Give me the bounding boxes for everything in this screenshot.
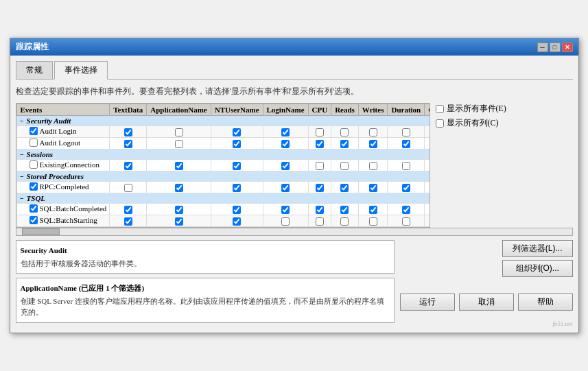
table-row: RPC:Completed (16, 182, 430, 193)
cell-checkbox[interactable] (340, 217, 349, 226)
row-checkbox[interactable] (30, 127, 38, 135)
run-button[interactable]: 运行 (400, 294, 455, 311)
help-button[interactable]: 帮助 (518, 294, 573, 311)
close-button[interactable]: ✕ (562, 43, 573, 52)
cell-checkbox[interactable] (124, 162, 132, 170)
tab-event-selection[interactable]: 事件选择 (54, 61, 108, 80)
row-label: SQL:BatchCompleted (40, 204, 107, 213)
filter-info-box: ApplicationName (已应用 1 个筛选器) 创建 SQL Serv… (16, 278, 395, 323)
cell-checkbox[interactable] (316, 162, 324, 170)
row-check-cell (358, 126, 388, 138)
cell-checkbox[interactable] (124, 184, 132, 192)
cell-checkbox[interactable] (340, 184, 349, 192)
main-area: Events TextData ApplicationName NTUserNa… (16, 103, 573, 228)
cell-checkbox[interactable] (340, 206, 349, 214)
row-check-cell (388, 182, 425, 193)
table-header-row: Events TextData ApplicationName NTUserNa… (16, 104, 430, 116)
table-row: SQL:BatchCompleted (16, 204, 430, 215)
row-checkbox[interactable] (30, 216, 38, 224)
col-events: Events (16, 104, 110, 116)
table-group-row: −Stored Procedures (16, 171, 430, 182)
scrollbar-thumb[interactable] (22, 228, 60, 235)
row-label: Audit Login (40, 127, 77, 135)
event-info-text: 包括用于审核服务器活动的事件类。 (21, 258, 390, 270)
cell-checkbox[interactable] (281, 206, 290, 214)
cell-checkbox[interactable] (316, 128, 324, 136)
show-all-cols-checkbox[interactable] (436, 119, 444, 128)
cell-checkbox[interactable] (124, 206, 132, 214)
cell-checkbox[interactable] (233, 206, 241, 214)
cell-checkbox[interactable] (175, 128, 183, 136)
cell-checkbox[interactable] (175, 184, 183, 192)
cell-checkbox[interactable] (340, 140, 349, 148)
cell-checkbox[interactable] (402, 162, 410, 170)
cell-checkbox[interactable] (281, 140, 290, 148)
cell-checkbox[interactable] (233, 162, 241, 170)
cell-checkbox[interactable] (402, 140, 410, 148)
row-check-cell (147, 160, 211, 171)
row-check-cell (308, 126, 331, 138)
row-check-cell (263, 126, 308, 138)
cell-checkbox[interactable] (340, 128, 349, 136)
row-check-cell (211, 204, 263, 215)
col-cpu: CPU (308, 104, 331, 116)
org-col-button[interactable]: 组织列(O)... (502, 260, 573, 277)
minimize-button[interactable]: ─ (537, 43, 548, 52)
maximize-button[interactable]: □ (550, 43, 561, 52)
cell-checkbox[interactable] (233, 140, 241, 148)
row-label: SQL:BatchStarting (40, 216, 97, 224)
cell-checkbox[interactable] (402, 184, 410, 192)
row-check-cell (263, 215, 308, 227)
cell-checkbox[interactable] (402, 128, 410, 136)
cell-checkbox[interactable] (369, 206, 377, 214)
cell-checkbox[interactable] (175, 162, 183, 170)
cell-checkbox[interactable] (316, 184, 324, 192)
row-checkbox[interactable] (30, 139, 38, 147)
cell-checkbox[interactable] (124, 217, 132, 226)
cell-checkbox[interactable] (175, 206, 183, 214)
col-duration: Duration (388, 104, 425, 116)
row-checkbox[interactable] (30, 204, 38, 213)
row-check-cell (331, 215, 359, 227)
cell-checkbox[interactable] (175, 217, 183, 226)
cell-checkbox[interactable] (369, 217, 377, 226)
cell-checkbox[interactable] (281, 162, 290, 170)
tab-general[interactable]: 常规 (16, 61, 53, 79)
show-all-events-option[interactable]: 显示所有事件(E) (436, 103, 573, 115)
cell-checkbox[interactable] (124, 128, 132, 136)
horizontal-scrollbar[interactable] (16, 228, 573, 236)
filter-info-title: ApplicationName (已应用 1 个筛选器) (21, 283, 390, 294)
row-checkbox[interactable] (30, 160, 38, 169)
show-all-cols-option[interactable]: 显示所有列(C) (436, 117, 573, 129)
cell-checkbox[interactable] (233, 184, 241, 192)
cell-checkbox[interactable] (369, 184, 377, 192)
cell-checkbox[interactable] (369, 128, 377, 136)
cell-checkbox[interactable] (233, 128, 241, 136)
cell-checkbox[interactable] (402, 206, 410, 214)
row-label-cell: RPC:Completed (16, 182, 110, 193)
cell-checkbox[interactable] (316, 140, 324, 148)
events-table-container[interactable]: Events TextData ApplicationName NTUserNa… (16, 103, 430, 228)
bottom-right-panel: 列筛选器(L)... 组织列(O)... 运行 取消 帮助 jb51.net (400, 240, 573, 327)
table-group-row: −Sessions (16, 149, 430, 160)
cell-checkbox[interactable] (124, 140, 132, 148)
show-all-events-checkbox[interactable] (436, 105, 444, 113)
cell-checkbox[interactable] (281, 184, 290, 192)
cell-checkbox[interactable] (340, 162, 349, 170)
cell-checkbox[interactable] (316, 217, 324, 226)
cell-checkbox[interactable] (233, 217, 241, 226)
row-check-cell (425, 160, 430, 171)
cell-checkbox[interactable] (281, 128, 290, 136)
cell-checkbox[interactable] (316, 206, 324, 214)
cell-checkbox[interactable] (369, 140, 377, 148)
cell-checkbox[interactable] (281, 217, 290, 226)
row-check-cell (425, 182, 430, 193)
col-filter-button[interactable]: 列筛选器(L)... (502, 240, 573, 257)
table-row: ExistingConnection (16, 160, 430, 171)
title-bar-buttons: ─ □ ✕ (537, 43, 573, 52)
row-checkbox[interactable] (30, 182, 38, 191)
cancel-button[interactable]: 取消 (459, 294, 514, 311)
cell-checkbox[interactable] (402, 217, 410, 226)
cell-checkbox[interactable] (369, 162, 377, 170)
cell-checkbox[interactable] (175, 140, 183, 148)
